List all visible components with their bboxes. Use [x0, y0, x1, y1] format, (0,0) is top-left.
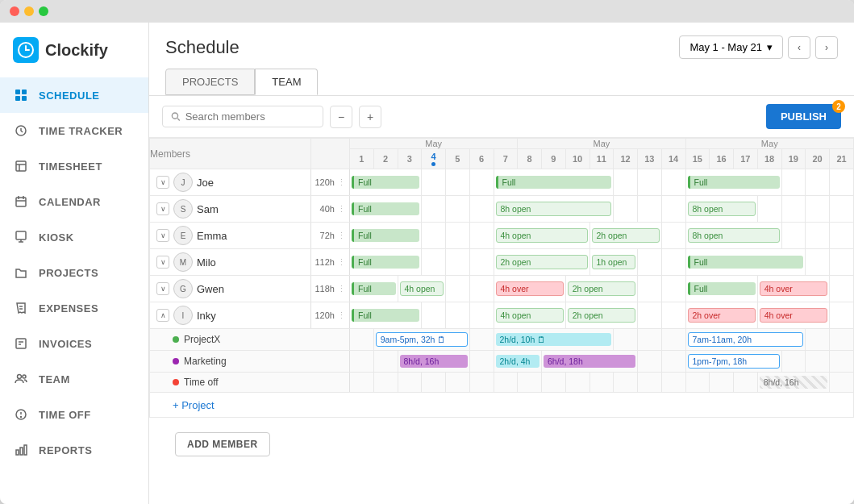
event-pill: 4h open — [496, 308, 564, 323]
member-expand-button[interactable]: ∧ — [156, 309, 169, 322]
day-header-16: 16 — [710, 149, 734, 169]
date-range-button[interactable]: May 1 - May 21 ▾ — [679, 35, 783, 59]
tab-projects[interactable]: PROJECTS — [165, 69, 255, 95]
sub-empty-cell — [638, 373, 662, 393]
sub-empty-cell — [614, 373, 638, 393]
empty-cell — [806, 169, 830, 196]
event-cell: Full — [350, 223, 422, 249]
schedule-toolbar: − + PUBLISH 2 — [149, 96, 854, 138]
member-settings-icon[interactable]: ⋮ — [337, 310, 346, 320]
prev-period-button[interactable]: ‹ — [788, 36, 810, 59]
zoom-in-button[interactable]: + — [359, 106, 381, 128]
empty-cell — [661, 169, 685, 196]
event-cell: Full — [350, 302, 422, 329]
add-member-button[interactable]: ADD MEMBER — [175, 432, 270, 456]
svg-rect-9 — [16, 198, 26, 206]
member-avatar: J — [173, 173, 193, 192]
event-pill: 2h open — [592, 228, 660, 243]
event-pill: 7am-11am, 20h — [688, 332, 804, 347]
sub-empty-cell — [685, 373, 710, 393]
member-settings-icon[interactable]: ⋮ — [337, 284, 346, 294]
sidebar-item-kiosk[interactable]: KIOSK — [0, 219, 148, 255]
sidebar-item-team[interactable]: TEAM — [0, 361, 148, 397]
sidebar-item-schedule[interactable]: SCHEDULE — [0, 77, 148, 113]
sidebar-item-time-off[interactable]: TIME OFF — [0, 397, 148, 432]
logo-text: Clockify — [45, 41, 108, 60]
event-cell: 8h open — [494, 196, 614, 223]
tab-team[interactable]: TEAM — [255, 69, 318, 95]
add-project-button[interactable]: + Project — [173, 399, 215, 411]
sidebar-item-projects-label: PROJECTS — [39, 267, 98, 279]
event-pill: Full — [352, 202, 419, 215]
sub-empty-cell — [469, 329, 494, 351]
grid-icon — [13, 87, 29, 103]
empty-cell — [781, 196, 806, 223]
sub-empty-cell — [638, 329, 662, 351]
zoom-out-button[interactable]: − — [330, 106, 352, 128]
sub-empty-cell — [350, 351, 374, 373]
member-hours-cell: 72h ⋮ — [311, 223, 350, 249]
day-header-7: 7 — [494, 149, 518, 169]
day-header-10: 10 — [565, 149, 589, 169]
svg-point-21 — [18, 375, 22, 379]
event-cell: 4h open — [494, 302, 565, 329]
sidebar-item-timesheet-label: TIMESHEET — [39, 160, 102, 173]
event-cell: 2h open — [565, 276, 637, 302]
member-settings-icon[interactable]: ⋮ — [337, 231, 346, 240]
sidebar-item-timesheet[interactable]: TIMESHEET — [0, 148, 148, 184]
svg-rect-26 — [20, 448, 23, 455]
sidebar-item-projects[interactable]: PROJECTS — [0, 255, 148, 290]
event-cell: 8h open — [685, 196, 757, 223]
event-pill: 1pm-7pm, 18h — [688, 354, 780, 369]
event-pill: 8h open — [496, 202, 612, 216]
empty-cell — [830, 249, 854, 276]
member-avatar: I — [173, 306, 193, 325]
day-header-17: 17 — [734, 149, 758, 169]
minimize-dot[interactable] — [24, 6, 34, 16]
sidebar-item-reports[interactable]: REPORTS — [0, 432, 148, 468]
event-pill: 2h open — [496, 255, 588, 269]
sub-empty-cell — [830, 351, 854, 373]
svg-rect-13 — [16, 231, 26, 240]
sub-event-cell: 9am-5pm, 32h 🗒 — [373, 329, 469, 351]
member-settings-icon[interactable]: ⋮ — [337, 257, 346, 267]
empty-cell — [469, 223, 494, 249]
sidebar-item-expenses[interactable]: EXPENSES — [0, 290, 148, 326]
close-dot[interactable] — [10, 6, 19, 16]
event-pill: 2h open — [568, 281, 635, 296]
sub-empty-cell — [542, 373, 566, 393]
sidebar-item-time-tracker[interactable]: TIME TRACKER — [0, 113, 148, 148]
empty-cell — [757, 196, 781, 223]
sidebar-item-calendar[interactable]: CALENDAR — [0, 184, 148, 219]
member-settings-icon[interactable]: ⋮ — [337, 177, 346, 187]
sub-row-label: Marketing — [150, 351, 350, 373]
member-expand-button[interactable]: ∨ — [156, 282, 169, 295]
sub-empty-cell — [398, 373, 422, 393]
member-hours: 120h — [315, 310, 334, 320]
publish-label: PUBLISH — [781, 110, 827, 123]
toolbar-right: PUBLISH 2 — [766, 104, 841, 129]
member-expand-button[interactable]: ∨ — [156, 202, 169, 215]
member-expand-button[interactable]: ∨ — [156, 256, 169, 269]
maximize-dot[interactable] — [39, 6, 48, 16]
publish-button[interactable]: PUBLISH 2 — [766, 104, 841, 129]
event-pill: Full — [688, 176, 780, 189]
member-settings-icon[interactable]: ⋮ — [337, 204, 346, 214]
sub-event-cell: 6h/d, 18h — [542, 351, 638, 373]
sub-row-label: Time off — [150, 373, 350, 393]
empty-cell — [446, 223, 470, 249]
member-hours: 72h — [320, 231, 335, 240]
member-expand-button[interactable]: ∨ — [156, 229, 169, 242]
add-project-row: + Project — [150, 393, 854, 418]
view-tabs: PROJECTS TEAM — [165, 69, 838, 95]
team-icon — [13, 371, 29, 387]
event-pill: Full — [352, 282, 396, 295]
search-input[interactable] — [185, 110, 315, 123]
empty-cell — [469, 302, 494, 329]
next-period-button[interactable]: › — [815, 36, 838, 59]
member-expand-button[interactable]: ∨ — [156, 176, 169, 189]
sidebar-item-invoices[interactable]: INVOICES — [0, 326, 148, 361]
sub-event-cell: 2h/d, 4h — [494, 351, 542, 373]
search-box[interactable] — [162, 106, 323, 127]
sidebar-item-team-label: TEAM — [39, 373, 70, 385]
